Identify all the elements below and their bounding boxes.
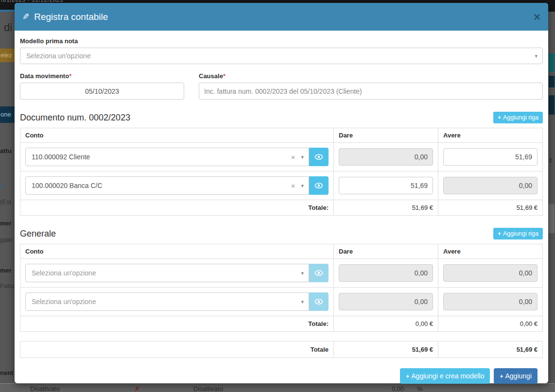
modello-placeholder: Seleziona un'opzione xyxy=(26,52,91,60)
generale-totale-avere: 0,00 € xyxy=(438,316,543,332)
dare-input-generale-row2 xyxy=(339,293,433,310)
dare-column-header: Dare xyxy=(334,128,438,143)
documento-table: Conto Dare Avere 110.000092 Cliente × ▾ xyxy=(20,128,543,216)
eye-icon xyxy=(314,298,323,305)
background-text-fragment: Fattu xyxy=(0,282,15,290)
documento-section-title: Documento num. 0002/2023 xyxy=(20,113,130,123)
avere-column-header: Avere xyxy=(438,128,543,143)
view-account-button-disabled xyxy=(309,264,329,282)
grand-total-dare: 51,69 € xyxy=(334,341,438,358)
clear-selection-icon[interactable]: × xyxy=(291,182,301,190)
generale-section-header: Generale +Aggiungi riga xyxy=(20,228,543,239)
documento-section-header: Documento num. 0002/2023 +Aggiungi riga xyxy=(20,112,543,123)
chevron-down-icon: ▾ xyxy=(535,53,538,59)
background-orange-button-fragment: elez xyxy=(0,49,15,62)
modal-title-text: Registra contabile xyxy=(34,12,108,22)
background-label-fragment: mer xyxy=(0,220,12,227)
background-label-fragment: mer xyxy=(0,267,12,274)
eye-icon xyxy=(314,153,323,160)
background-text-fragment: (Est xyxy=(0,198,11,205)
generale-section-title: Generale xyxy=(20,229,56,239)
generale-totals-row: Totale: 0,00 € 0,00 € xyxy=(20,316,543,332)
modello-prima-nota-label: Modello prima nota xyxy=(20,37,543,45)
generale-totale-dare: 0,00 € xyxy=(334,316,438,332)
causale-input[interactable] xyxy=(199,83,543,100)
chevron-down-icon: ▾ xyxy=(301,154,304,160)
required-asterisk: * xyxy=(69,72,71,80)
background-text-fragment: t xyxy=(550,156,552,164)
generale-row-2: Seleziona un'opzione ▾ xyxy=(20,288,543,316)
view-account-button[interactable] xyxy=(309,176,329,195)
background-table-row: Disattivato ✗ Disattivato 0,00 % xyxy=(0,383,555,392)
chevron-down-icon: ▾ xyxy=(301,299,304,305)
avere-input-generale-row1 xyxy=(443,264,538,282)
chevron-down-icon: ▾ xyxy=(301,183,304,189)
dare-input-row2[interactable] xyxy=(339,177,433,194)
dare-column-header: Dare xyxy=(334,244,438,259)
plus-icon: + xyxy=(406,373,409,380)
avere-column-header: Avere xyxy=(438,244,543,259)
aggiungi-riga-documento-button[interactable]: +Aggiungi riga xyxy=(493,112,543,123)
generale-row-1: Seleziona un'opzione ▾ xyxy=(20,259,543,288)
avere-input-row1[interactable] xyxy=(443,148,538,166)
modal-header: ✎ Registra contabile × xyxy=(15,3,548,31)
documento-totale-avere: 51,69 € xyxy=(438,200,543,216)
aggiungi-button[interactable]: +Aggiungi xyxy=(494,368,538,384)
background-status-text: Disattivato xyxy=(30,385,60,392)
documento-row-1: 110.000092 Cliente × ▾ xyxy=(20,143,543,171)
background-teal-block xyxy=(549,53,555,72)
documento-row-2: 100.000020 Banca C/C × ▾ xyxy=(20,171,543,200)
background-amount-text: 0,00 xyxy=(392,385,404,392)
modal-body: Modello prima nota Seleziona un'opzione … xyxy=(15,31,548,384)
grand-total-row: Totale 51,69 € 51,69 € xyxy=(20,341,543,358)
modal-title: ✎ Registra contabile xyxy=(22,12,108,22)
documento-totale-dare: 51,69 € xyxy=(334,200,438,216)
background-label-fragment: nent xyxy=(0,369,13,376)
background-navy-block xyxy=(549,76,555,87)
data-movimento-label: Data movimento* xyxy=(20,72,184,80)
view-account-button-disabled xyxy=(309,292,329,311)
grand-total-table: Totale 51,69 € 51,69 € xyxy=(20,341,543,358)
documento-table-header: Conto Dare Avere xyxy=(20,128,543,143)
close-button[interactable]: × xyxy=(534,11,540,23)
registra-contabile-modal: ✎ Registra contabile × Modello prima not… xyxy=(15,3,548,383)
background-page-title-fragment: di xyxy=(4,21,12,34)
grand-total-avere: 51,69 € xyxy=(438,341,543,358)
plus-icon: + xyxy=(498,114,501,121)
background-gray-block xyxy=(549,204,555,233)
required-asterisk: * xyxy=(223,72,225,80)
data-movimento-input[interactable] xyxy=(20,83,184,100)
background-status-text: Disattivato xyxy=(193,385,223,392)
background-percent-text: % xyxy=(417,385,423,392)
plus-icon: + xyxy=(500,373,503,380)
conto-select-banca[interactable]: 100.000020 Banca C/C × ▾ xyxy=(25,176,309,195)
conto-select-empty[interactable]: Seleziona un'opzione ▾ xyxy=(25,264,309,282)
avere-input-row2 xyxy=(443,177,538,194)
aggiungi-e-crea-modello-button[interactable]: +Aggiungi e crea modello xyxy=(400,368,490,384)
background-text-fragment: gale xyxy=(0,236,12,243)
dare-input-row1 xyxy=(339,148,433,166)
generale-table-header: Conto Dare Avere xyxy=(20,244,543,259)
modal-footer: +Aggiungi e crea modello +Aggiungi xyxy=(20,358,543,384)
eye-icon xyxy=(314,270,323,276)
modello-prima-nota-select[interactable]: Seleziona un'opzione ▾ xyxy=(20,48,543,64)
background-link-fragment: o xyxy=(0,183,3,190)
aggiungi-riga-generale-button[interactable]: +Aggiungi riga xyxy=(493,228,543,239)
view-account-button[interactable] xyxy=(309,148,329,166)
pencil-icon: ✎ xyxy=(22,12,29,22)
date-causale-row: Data movimento* Causale* xyxy=(20,72,543,100)
conto-column-header: Conto xyxy=(20,244,334,259)
background-navy-block xyxy=(549,95,555,115)
generale-totale-label: Totale: xyxy=(20,316,334,332)
conto-select-cliente[interactable]: 110.000092 Cliente × ▾ xyxy=(25,148,309,166)
avere-input-generale-row2 xyxy=(443,293,538,310)
conto-select-empty[interactable]: Seleziona un'opzione ▾ xyxy=(25,292,309,311)
background-label-fragment: attu xyxy=(0,147,12,154)
conto-column-header: Conto xyxy=(20,128,334,143)
background-x-icon: ✗ xyxy=(135,385,140,392)
causale-label: Causale* xyxy=(199,72,543,80)
documento-totale-label: Totale: xyxy=(20,200,334,216)
plus-icon: + xyxy=(498,230,501,237)
clear-selection-icon[interactable]: × xyxy=(291,153,301,161)
generale-table: Conto Dare Avere Seleziona un'opzione ▾ xyxy=(20,244,543,332)
